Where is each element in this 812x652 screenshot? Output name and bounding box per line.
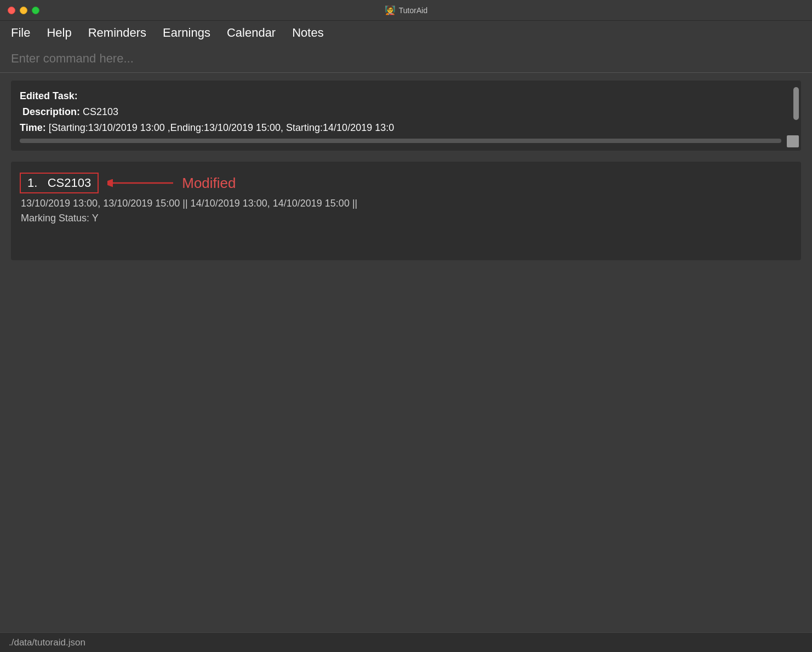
marking-status-label: Marking Status: xyxy=(21,213,89,224)
task-item: 1. CS2103 Modified xyxy=(20,173,792,224)
status-path: ./data/tutoraid.json xyxy=(9,637,85,648)
left-arrow-icon xyxy=(107,175,173,191)
command-bar xyxy=(0,45,812,73)
minimize-button[interactable] xyxy=(20,7,27,14)
edited-task-label: Edited Task: xyxy=(20,90,78,101)
command-input[interactable] xyxy=(11,52,801,66)
status-bar: ./data/tutoraid.json xyxy=(0,632,812,652)
task-marking-status: Marking Status: Y xyxy=(20,213,792,224)
marking-status-value-text: Y xyxy=(92,213,99,224)
output-time-line: Time: [Starting:13/10/2019 13:00 ,Ending… xyxy=(20,120,784,136)
output-edited-task-line: Edited Task: xyxy=(20,88,784,104)
task-number: 1. CS2103 xyxy=(27,176,91,190)
window-controls xyxy=(8,7,39,14)
time-label: Time: xyxy=(20,122,46,133)
description-label: Description: xyxy=(22,106,80,117)
menu-calendar[interactable]: Calendar xyxy=(227,26,276,40)
task-number-label: 1. xyxy=(27,176,37,190)
arrow-modified-group: Modified xyxy=(107,175,792,192)
horizontal-scrollbar[interactable] xyxy=(20,139,781,143)
task-times: 13/10/2019 13:00, 13/10/2019 15:00 || 14… xyxy=(20,198,792,209)
time-value: [Starting:13/10/2019 13:00 ,Ending:13/10… xyxy=(49,122,394,133)
app-icon: 🧑‍🏫 xyxy=(385,5,396,15)
app-name: TutorAid xyxy=(399,6,427,15)
main-content: Edited Task: Description: CS2103 Time: [… xyxy=(0,73,812,268)
scrollbar-corner xyxy=(787,135,799,147)
close-button[interactable] xyxy=(8,7,15,14)
description-value-text: CS2103 xyxy=(83,106,118,117)
task-header: 1. CS2103 Modified xyxy=(20,173,792,193)
modified-label: Modified xyxy=(182,175,236,192)
maximize-button[interactable] xyxy=(32,7,39,14)
menu-file[interactable]: File xyxy=(11,26,30,40)
task-number-box: 1. CS2103 xyxy=(20,173,99,193)
app-title: 🧑‍🏫 TutorAid xyxy=(385,5,427,15)
menu-help[interactable]: Help xyxy=(47,26,71,40)
vertical-scrollbar-thumb[interactable] xyxy=(793,87,799,120)
task-name: CS2103 xyxy=(48,176,92,190)
output-box: Edited Task: Description: CS2103 Time: [… xyxy=(11,81,801,151)
title-bar: 🧑‍🏫 TutorAid xyxy=(0,0,812,21)
menu-reminders[interactable]: Reminders xyxy=(88,26,146,40)
menu-bar: File Help Reminders Earnings Calendar No… xyxy=(0,21,812,45)
results-panel: 1. CS2103 Modified xyxy=(11,162,801,260)
output-description-line: Description: CS2103 xyxy=(20,104,784,120)
menu-notes[interactable]: Notes xyxy=(292,26,323,40)
output-box-inner: Edited Task: Description: CS2103 Time: [… xyxy=(20,88,792,135)
menu-earnings[interactable]: Earnings xyxy=(163,26,210,40)
